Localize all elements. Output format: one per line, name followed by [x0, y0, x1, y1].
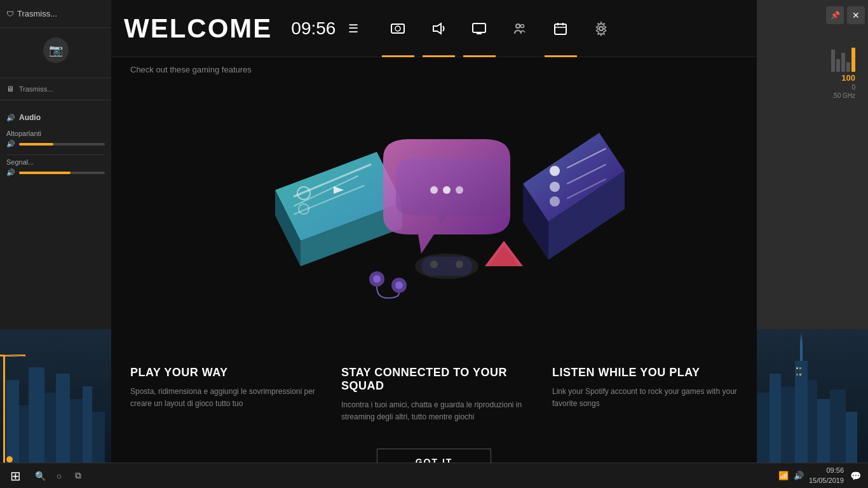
calendar-active-bar: [545, 55, 577, 57]
shield-icon: 🛡: [6, 10, 14, 18]
audio-active-bar: [423, 55, 455, 57]
taskbar-time: 09:56 15/05/2019: [809, 466, 844, 485]
signal-slider-row: 🔊: [6, 168, 105, 177]
right-top-icons: 📌 ✕: [826, 6, 865, 24]
notification-button[interactable]: 💬: [849, 470, 862, 482]
left-panel-title: Trasmiss...: [17, 9, 57, 18]
taskbar-right: 📶 🔊 09:56 15/05/2019 💬: [778, 466, 868, 485]
feature-play: PLAY YOUR WAY Sposta, ridimensiona e agg…: [130, 366, 316, 423]
feature-connected-desc: Incontra i tuoi amici, chatta e guarda l…: [341, 399, 527, 423]
feature-play-title: PLAY YOUR WAY: [130, 366, 316, 379]
feature-play-desc: Sposta, ridimensiona e aggiungi le sovri…: [130, 386, 316, 410]
svg-rect-34: [473, 24, 485, 32]
settings-icon: [593, 21, 609, 36]
signal-label: Segnal...: [6, 158, 105, 166]
monitor-icon: 🖥: [6, 85, 14, 93]
svg-rect-28: [796, 374, 798, 376]
windows-icon: ⊞: [10, 468, 21, 484]
nav-display-btn[interactable]: [459, 0, 499, 57]
taskbar: ⊞ 🔍 ○ ⧉ 📶 🔊 09:56 15/05/2019 💬: [0, 463, 868, 488]
wifi-icon: 📶: [778, 471, 789, 480]
start-button[interactable]: ⊞: [0, 463, 31, 489]
hamburger-button[interactable]: ☰: [348, 22, 358, 36]
friends-icon: [512, 21, 527, 36]
camera-section: 📷: [0, 28, 111, 78]
display-icon: [471, 21, 487, 36]
monitor-row: 🖥 Trasmiss...: [0, 78, 111, 100]
svg-rect-20: [800, 342, 803, 361]
svg-rect-31: [391, 24, 404, 33]
close-icon-btn[interactable]: ✕: [847, 6, 865, 24]
speaker-slider[interactable]: [19, 143, 105, 146]
nav-capture-btn[interactable]: [377, 0, 418, 57]
cpu-value: 100: [841, 73, 855, 83]
mem-value: 0: [851, 84, 855, 91]
signal-volume-icon: 🔊: [6, 168, 15, 177]
speaker-slider-row: 🔊: [6, 140, 105, 148]
audio-title: 🔊 Audio: [6, 113, 105, 122]
svg-point-12: [6, 456, 13, 463]
speaker-label: Altoparlanti: [6, 130, 105, 137]
svg-point-43: [599, 27, 603, 30]
nav-audio-btn[interactable]: [418, 0, 459, 57]
taskbar-volume-icon: 🔊: [794, 471, 804, 480]
feature-listen: LISTEN WHILE YOU PLAY Link your Spotify …: [552, 366, 738, 423]
audio-icon: [431, 21, 446, 36]
notification-icon: 💬: [850, 471, 861, 481]
pin-icon: 📌: [831, 11, 840, 20]
svg-point-54: [443, 186, 451, 194]
right-stats: 100 0 .50 GHz: [828, 43, 865, 102]
search-icon: 🔍: [35, 471, 46, 481]
clock-date: 15/05/2019: [809, 476, 844, 485]
audio-label: Audio: [19, 113, 41, 122]
features-row: PLAY YOUR WAY Sposta, ridimensiona e agg…: [111, 353, 757, 436]
speaker-slider-fill: [19, 143, 53, 146]
svg-marker-33: [433, 24, 441, 34]
welcome-title: WELCOME: [124, 13, 272, 44]
calendar-icon: [553, 21, 568, 36]
svg-point-64: [550, 166, 560, 176]
illustration-area: [111, 78, 757, 353]
svg-point-55: [456, 186, 463, 194]
search-button[interactable]: 🔍: [31, 463, 50, 489]
taskview-icon: ⧉: [75, 470, 81, 481]
feature-listen-title: LISTEN WHILE YOU PLAY: [552, 366, 738, 379]
svg-rect-27: [799, 367, 801, 369]
capture-icon: [390, 21, 405, 36]
svg-point-68: [550, 196, 560, 207]
audio-section: 🔊 Audio Altoparlanti 🔊 Segnal... 🔊: [0, 107, 111, 189]
camera-icon: 📷: [49, 43, 63, 57]
nav-settings-btn[interactable]: [581, 0, 621, 57]
nav-calendar-btn[interactable]: [540, 0, 581, 57]
svg-point-73: [373, 275, 381, 283]
camera-button[interactable]: 📷: [43, 37, 69, 63]
feature-connected-title: STAY CONNECTED TO YOUR SQUAD: [341, 366, 527, 393]
cortana-icon: ○: [57, 471, 62, 481]
pin-icon-btn[interactable]: 📌: [826, 6, 844, 24]
right-device: [523, 133, 625, 260]
task-view-button[interactable]: ⧉: [69, 463, 88, 489]
feature-listen-desc: Link your Spotify account to rock your g…: [552, 386, 738, 410]
svg-rect-29: [799, 374, 801, 376]
svg-point-38: [521, 24, 524, 27]
feature-connected: STAY CONNECTED TO YOUR SQUAD Incontra i …: [341, 366, 527, 423]
svg-rect-39: [555, 24, 566, 34]
clock-time: 09:56: [826, 466, 844, 475]
gaming-illustration: [237, 114, 631, 317]
earbuds: [369, 271, 407, 298]
svg-point-32: [395, 26, 400, 31]
welcome-subtitle-bar: Check out these gaming features: [111, 57, 757, 78]
volume-icon: 🔊: [6, 140, 15, 148]
decoration-triangle: [485, 241, 523, 266]
nav-friends-btn[interactable]: [499, 0, 540, 57]
capture-active-bar: [382, 55, 414, 57]
cortana-button[interactable]: ○: [50, 463, 69, 489]
left-panel-header: 🛡 Trasmiss...: [0, 0, 111, 28]
display-active-bar: [463, 55, 496, 57]
top-nav: WELCOME 09:56 ☰: [111, 0, 757, 57]
audio-icon: 🔊: [6, 114, 15, 122]
svg-point-66: [550, 182, 560, 192]
signal-slider[interactable]: [19, 172, 105, 174]
welcome-modal: WELCOME 09:56 ☰: [111, 0, 757, 488]
welcome-subtitle: Check out these gaming features: [130, 65, 252, 74]
